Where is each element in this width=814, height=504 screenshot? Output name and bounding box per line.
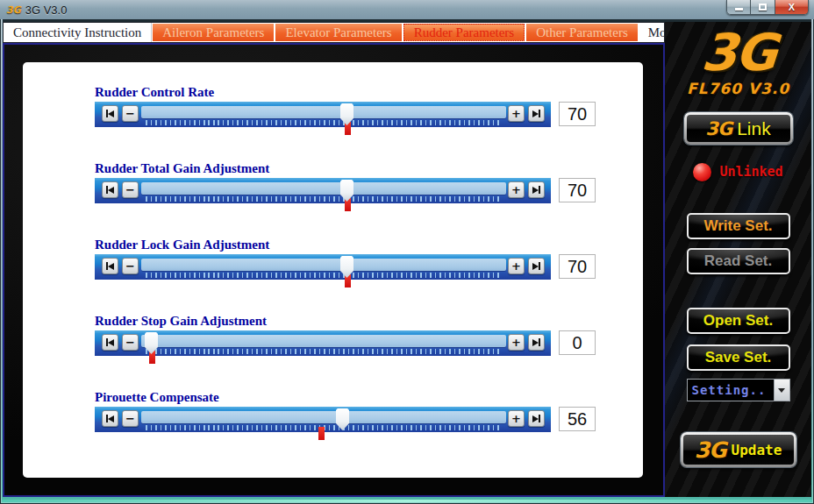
bar-icon <box>539 338 540 346</box>
tab-other-parameters[interactable]: Other Parameters <box>526 24 638 41</box>
slider-decrement-button[interactable]: − <box>122 258 139 274</box>
slider-tick-marks <box>146 349 502 354</box>
slider-track[interactable] <box>141 106 506 118</box>
bar-icon <box>539 262 540 270</box>
read-set-button[interactable]: Read Set. <box>687 248 790 274</box>
slider-jump-end-button[interactable] <box>528 334 545 351</box>
tab-bar: Connectivity InstructionAileron Paramete… <box>3 22 665 43</box>
slider-decrement-button[interactable]: − <box>122 334 139 351</box>
slider-value-box: 0 <box>559 330 596 355</box>
app-window: 3G 3G V3.0 X Connectivity InstructionAil… <box>0 0 814 504</box>
update-button-3g-logo: 3G <box>695 437 726 463</box>
screen-bezel: Rudder Control Rate − + 70 Rudder Total … <box>3 43 665 497</box>
slider-track[interactable] <box>141 182 506 195</box>
slider-jump-end-button[interactable] <box>528 410 545 427</box>
slider-increment-button[interactable]: + <box>508 105 525 122</box>
minimize-button[interactable] <box>726 0 751 15</box>
slider-jump-end-button[interactable] <box>528 258 545 274</box>
slider-track[interactable] <box>141 259 506 271</box>
link-button-label: Link <box>737 118 771 139</box>
slider-value-box: 70 <box>559 102 596 126</box>
sidebar: 3G FL760 V3.0 3G Link Unlinked Write Set… <box>665 22 811 497</box>
slider-increment-button[interactable]: + <box>508 410 525 427</box>
brand-logo: 3G <box>699 25 776 80</box>
slider-bar: − + <box>95 102 551 127</box>
link-status: Unlinked <box>693 162 782 181</box>
slider-decrement-button[interactable]: − <box>122 181 139 198</box>
triangle-left-icon <box>108 339 114 346</box>
update-button-face: 3G Update <box>683 435 794 465</box>
model-label: FL760 V3.0 <box>687 80 789 97</box>
slider-label: Rudder Lock Gain Adjustment <box>95 238 643 252</box>
slider-tick-marks <box>146 120 502 125</box>
slider-row: Rudder Control Rate − + 70 <box>95 85 643 161</box>
slider-label: Rudder Stop Gain Adjustment <box>95 314 643 329</box>
client-area: Connectivity InstructionAileron Paramete… <box>3 19 811 497</box>
slider-jump-start-button[interactable] <box>102 410 118 427</box>
slider-tick-marks <box>146 196 502 202</box>
link-button-face: 3G Link <box>687 115 790 142</box>
rudder-parameters-panel: Rudder Control Rate − + 70 Rudder Total … <box>23 62 643 478</box>
write-set-button[interactable]: Write Set. <box>687 213 790 239</box>
update-button[interactable]: 3G Update <box>681 432 796 467</box>
slider-decrement-button[interactable]: − <box>122 410 139 427</box>
tab-rudder-parameters[interactable]: Rudder Parameters <box>403 24 525 41</box>
slider-center-marker <box>318 427 325 440</box>
open-set-button[interactable]: Open Set. <box>687 308 790 334</box>
triangle-left-icon <box>108 415 114 422</box>
slider-jump-start-button[interactable] <box>102 105 118 122</box>
status-led-icon <box>693 163 711 181</box>
slider-jump-start-button[interactable] <box>102 181 118 198</box>
slider-bar-line: − + 0 <box>95 330 643 356</box>
window-controls: X <box>726 0 809 15</box>
slider-label: Rudder Control Rate <box>95 85 643 100</box>
maximize-button[interactable] <box>751 0 775 15</box>
bar-icon <box>539 110 540 117</box>
slider-label: Rudder Total Gain Adjustment <box>95 161 643 176</box>
window-title: 3G V3.0 <box>25 4 68 17</box>
slider-row: Pirouette Compensate − + 56 <box>95 390 643 466</box>
slider-tick-marks <box>146 273 502 278</box>
bar-icon <box>539 415 540 422</box>
minimize-icon <box>735 8 743 11</box>
triangle-left-icon <box>108 187 114 194</box>
tab-connectivity-instruction[interactable]: Connectivity Instruction <box>4 23 152 42</box>
update-button-label: Update <box>732 442 782 458</box>
slider-bar-line: − + 70 <box>95 102 643 127</box>
slider-bar: − + <box>95 407 551 432</box>
link-button[interactable]: 3G Link <box>684 112 793 145</box>
slider-decrement-button[interactable]: − <box>122 105 139 122</box>
app-icon: 3G <box>6 4 21 16</box>
slider-jump-start-button[interactable] <box>102 258 118 274</box>
slider-increment-button[interactable]: + <box>508 181 525 198</box>
slider-value-box: 70 <box>559 254 596 279</box>
chevron-down-icon <box>778 388 785 393</box>
triangle-right-icon <box>532 263 539 270</box>
dropdown-arrow-button[interactable] <box>774 380 789 401</box>
tab-elevator-parameters[interactable]: Elevator Parameters <box>275 24 401 41</box>
triangle-right-icon <box>532 339 539 346</box>
slider-value-box: 56 <box>559 407 596 431</box>
slider-row: Rudder Lock Gain Adjustment − + 70 <box>95 238 643 314</box>
slider-increment-button[interactable]: + <box>508 334 525 351</box>
setting-dropdown[interactable]: Setting.. <box>687 379 790 401</box>
slider-jump-end-button[interactable] <box>528 105 545 122</box>
slider-row: Rudder Stop Gain Adjustment − + 0 <box>95 314 643 390</box>
slider-jump-start-button[interactable] <box>102 334 118 351</box>
tab-movement-speed[interactable]: Movement Speed <box>639 23 665 42</box>
save-set-button[interactable]: Save Set. <box>687 344 790 371</box>
slider-track[interactable] <box>141 411 506 423</box>
triangle-left-icon <box>108 110 114 117</box>
close-button[interactable]: X <box>775 0 809 15</box>
slider-increment-button[interactable]: + <box>508 258 525 274</box>
title-bar[interactable]: 3G 3G V3.0 X <box>0 0 814 19</box>
slider-track[interactable] <box>141 335 506 347</box>
bar-icon <box>539 186 540 194</box>
slider-bar: − + <box>95 178 551 203</box>
slider-jump-end-button[interactable] <box>528 181 545 198</box>
setting-dropdown-value: Setting.. <box>688 380 774 401</box>
slider-value-box: 70 <box>559 178 596 202</box>
tab-aileron-parameters[interactable]: Aileron Parameters <box>153 24 274 41</box>
status-label: Unlinked <box>719 164 782 180</box>
triangle-left-icon <box>108 263 114 270</box>
